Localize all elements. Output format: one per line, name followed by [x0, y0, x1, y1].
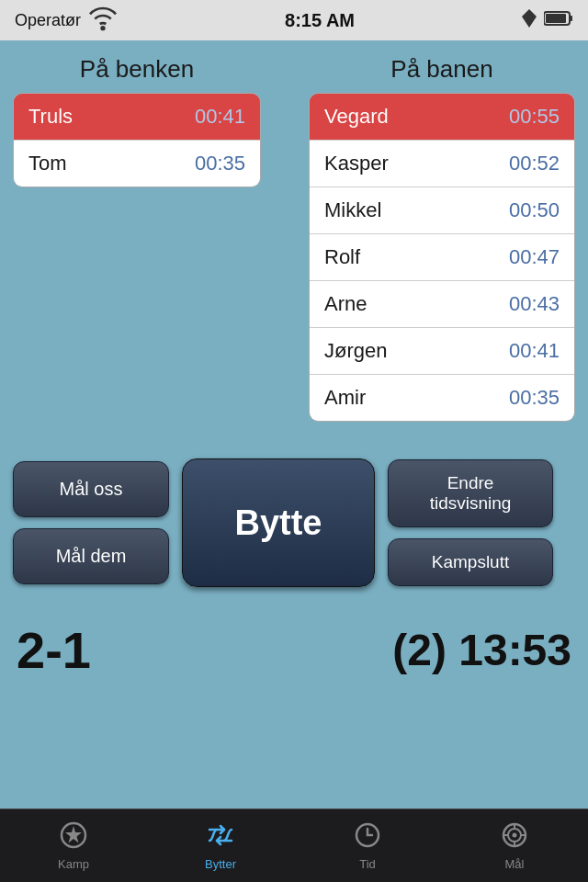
main-content: På benken På banen Truls 00:41 Tom 00:35…	[0, 40, 588, 422]
status-time: 8:15 AM	[285, 10, 355, 31]
field-table: Vegard 00:55 Kasper 00:52 Mikkel 00:50 R…	[309, 93, 575, 422]
tables-row: Truls 00:41 Tom 00:35 Vegard 00:55 Kaspe…	[13, 93, 575, 422]
buttons-section: Mål oss Mål dem Bytte Endre tidsvisning …	[0, 458, 588, 587]
tab-bytter-label: Bytter	[205, 857, 236, 871]
field-player-row[interactable]: Vegard 00:55	[310, 94, 574, 141]
svg-point-0	[102, 27, 105, 29]
player-name: Vegard	[324, 105, 389, 129]
tab-bar: Kamp Bytter Tid	[0, 808, 588, 882]
field-player-row[interactable]: Kasper 00:52	[310, 141, 574, 187]
operator-label: Operatør	[15, 11, 81, 30]
player-time: 00:41	[195, 105, 245, 129]
field-player-row[interactable]: Jørgen 00:41	[310, 328, 574, 375]
field-player-row[interactable]: Mikkel 00:50	[310, 187, 574, 234]
tab-tid-label: Tid	[359, 857, 376, 871]
player-time: 00:52	[509, 152, 560, 175]
mal-icon	[500, 820, 529, 854]
wifi-icon	[88, 4, 118, 38]
player-name: Mikkel	[324, 198, 381, 222]
player-time: 00:41	[509, 339, 560, 363]
player-name: Rolf	[324, 245, 360, 269]
left-buttons: Mål oss Mål dem	[13, 461, 169, 584]
player-time: 00:43	[509, 292, 560, 316]
tab-mal-label: Mål	[505, 857, 525, 871]
player-time: 00:35	[195, 152, 245, 175]
endre-tidsvisning-button[interactable]: Endre tidsvisning	[388, 459, 553, 527]
tab-tid[interactable]: Tid	[294, 820, 441, 871]
player-time: 00:50	[509, 198, 560, 222]
tab-bytter[interactable]: Bytter	[147, 820, 294, 871]
tab-kamp-label: Kamp	[58, 857, 89, 871]
column-headers: På benken På banen	[13, 55, 575, 84]
score-row: 2-1 (2) 13:53	[0, 604, 588, 680]
player-time: 00:55	[509, 105, 560, 129]
player-name: Jørgen	[324, 339, 387, 363]
field-player-row[interactable]: Arne 00:43	[310, 281, 574, 328]
bench-table: Truls 00:41 Tom 00:35	[13, 93, 261, 187]
svg-rect-2	[546, 14, 566, 23]
timer-display: (2) 13:53	[392, 625, 571, 675]
field-player-row[interactable]: Rolf 00:47	[310, 234, 574, 281]
player-name: Truls	[28, 105, 73, 129]
battery-icon	[544, 10, 573, 31]
status-right	[522, 9, 573, 32]
bench-player-row[interactable]: Truls 00:41	[14, 94, 260, 141]
field-player-row[interactable]: Amir 00:35	[310, 375, 574, 421]
bench-header: På benken	[13, 55, 261, 84]
right-buttons: Endre tidsvisning Kampslutt	[388, 459, 553, 586]
field-header: På banen	[309, 55, 575, 84]
status-left: Operatør	[15, 4, 118, 38]
status-bar: Operatør 8:15 AM	[0, 0, 588, 40]
mal-oss-button[interactable]: Mål oss	[13, 461, 169, 517]
bytter-icon	[206, 820, 235, 854]
svg-point-8	[513, 833, 517, 838]
player-name: Amir	[324, 386, 366, 410]
player-time: 00:35	[509, 386, 560, 410]
mal-dem-button[interactable]: Mål dem	[13, 528, 169, 584]
player-time: 00:47	[509, 245, 560, 269]
kamp-icon	[59, 820, 88, 854]
tab-kamp[interactable]: Kamp	[0, 820, 147, 871]
bytte-button[interactable]: Bytte	[182, 458, 375, 587]
location-icon	[522, 9, 537, 32]
bench-player-row[interactable]: Tom 00:35	[14, 141, 260, 187]
svg-rect-3	[570, 16, 572, 21]
player-name: Arne	[324, 292, 367, 316]
kampslutt-button[interactable]: Kampslutt	[388, 538, 553, 586]
player-name: Kasper	[324, 152, 389, 175]
score-display: 2-1	[17, 620, 91, 680]
tid-icon	[353, 820, 382, 854]
tab-mal[interactable]: Mål	[441, 820, 588, 871]
player-name: Tom	[28, 152, 67, 175]
